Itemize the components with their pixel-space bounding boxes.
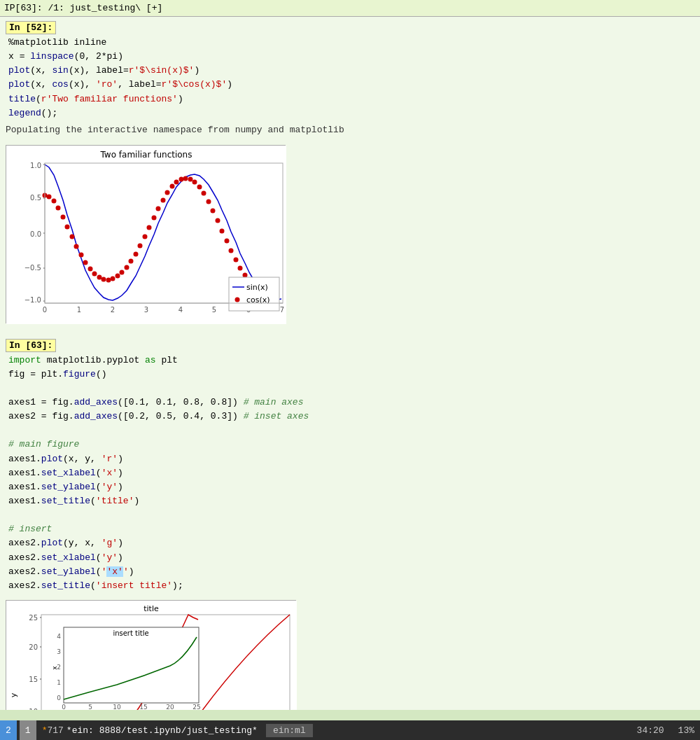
- svg-point-47: [156, 206, 161, 211]
- code-line: axes2.plot(y, x, 'g'): [8, 536, 694, 550]
- code-line: # main figure: [8, 438, 694, 452]
- code-line: axes2.set_title('insert title');: [8, 579, 694, 593]
- svg-point-43: [138, 243, 143, 248]
- svg-point-44: [143, 234, 148, 239]
- svg-text:Two familiar functions: Two familiar functions: [100, 150, 192, 160]
- svg-point-38: [115, 273, 120, 278]
- svg-text:10: 10: [113, 704, 121, 710]
- status-cell-num1: 2: [0, 720, 17, 740]
- svg-text:15: 15: [139, 704, 147, 710]
- svg-text:25: 25: [192, 704, 200, 710]
- svg-text:0: 0: [57, 694, 61, 701]
- svg-point-36: [106, 277, 111, 282]
- svg-point-23: [47, 194, 52, 199]
- svg-text:25: 25: [29, 614, 38, 622]
- status-position: 34:20: [637, 725, 664, 736]
- svg-point-45: [147, 225, 152, 230]
- svg-text:x: x: [51, 666, 58, 670]
- svg-point-25: [56, 205, 61, 210]
- plot-1: Two familiar functions 0.0 0.5 −0.5 1.0: [6, 145, 286, 323]
- svg-point-51: [174, 179, 179, 184]
- code-line: legend();: [8, 106, 694, 120]
- plot-2-svg: title 0 5 10 15 20 25 0: [6, 601, 297, 710]
- code-line: axes1.set_ylabel('y'): [8, 480, 694, 494]
- svg-point-24: [52, 198, 57, 203]
- code-line: axes1.set_title('title'): [8, 494, 694, 508]
- svg-point-26: [61, 214, 66, 219]
- svg-text:y: y: [9, 692, 18, 697]
- svg-text:3: 3: [144, 306, 148, 314]
- svg-point-61: [220, 228, 225, 233]
- cell-52-label: In [52]:: [6, 21, 56, 34]
- status-cell-num2: 1: [20, 720, 36, 740]
- svg-point-62: [225, 238, 230, 243]
- title-text: IP[63]: /1: just_testing\ [+]: [4, 3, 162, 13]
- cell-52-code[interactable]: %matplotlib inline x = linspace(0, 2*pi)…: [0, 34, 700, 122]
- svg-rect-101: [64, 627, 199, 703]
- cell-63-code[interactable]: import matplotlib.pyplot as plt fig = pl…: [0, 352, 700, 594]
- svg-point-48: [161, 197, 166, 202]
- code-line: plot(x, cos(x), 'ro', label=r'$\cos(x)$'…: [8, 78, 694, 92]
- svg-text:sin(x): sin(x): [246, 283, 268, 292]
- code-line: [8, 508, 694, 522]
- svg-point-53: [183, 176, 188, 181]
- svg-point-66: [243, 272, 248, 277]
- code-line: axes1.set_xlabel('x'): [8, 466, 694, 480]
- svg-text:4: 4: [57, 633, 61, 640]
- svg-point-29: [74, 244, 79, 249]
- svg-text:4: 4: [178, 306, 183, 314]
- svg-text:1: 1: [57, 679, 61, 686]
- svg-point-75: [235, 297, 240, 302]
- code-line: [8, 424, 694, 438]
- code-line: # insert: [8, 522, 694, 536]
- svg-point-50: [170, 183, 175, 188]
- code-line: axes1 = fig.add_axes([0.1, 0.1, 0.8, 0.8…: [8, 396, 694, 410]
- code-line: %matplotlib inline: [8, 36, 694, 50]
- svg-point-39: [120, 270, 125, 274]
- svg-text:−1.0: −1.0: [24, 296, 41, 304]
- svg-text:1.0: 1.0: [30, 162, 41, 169]
- svg-text:0.5: 0.5: [30, 194, 41, 202]
- status-line-count: 717: [47, 725, 63, 736]
- code-line: axes2.set_xlabel('y'): [8, 551, 694, 565]
- svg-point-57: [202, 190, 206, 195]
- svg-point-60: [216, 218, 220, 223]
- svg-text:5: 5: [212, 306, 216, 314]
- svg-text:15: 15: [29, 676, 38, 683]
- svg-point-59: [211, 208, 216, 213]
- svg-text:5: 5: [88, 704, 92, 710]
- svg-point-32: [88, 266, 93, 271]
- code-line: axes2 = fig.add_axes([0.2, 0.5, 0.4, 0.3…: [8, 410, 694, 424]
- svg-point-46: [152, 215, 157, 220]
- status-filename: *ein: 8888/test.ipynb/just_testing*: [66, 725, 258, 736]
- svg-point-28: [70, 234, 75, 239]
- status-bar: 2 1 * 717 *ein: 8888/test.ipynb/just_tes…: [0, 720, 700, 740]
- svg-point-65: [238, 265, 243, 270]
- status-right: 34:20 13%: [637, 725, 700, 736]
- svg-text:0.0: 0.0: [30, 230, 41, 238]
- svg-point-55: [192, 179, 197, 184]
- svg-text:−0.5: −0.5: [24, 264, 41, 272]
- svg-point-37: [111, 276, 115, 281]
- svg-point-49: [165, 190, 170, 195]
- svg-point-52: [179, 176, 184, 181]
- svg-text:title: title: [144, 604, 159, 613]
- svg-point-27: [65, 224, 70, 229]
- cell-63-label: In [63]:: [6, 339, 56, 352]
- svg-point-63: [229, 248, 234, 253]
- svg-text:20: 20: [166, 704, 174, 710]
- svg-point-40: [125, 265, 130, 270]
- cell-52-output: Populating the interactive namespace fro…: [0, 122, 700, 139]
- svg-text:0: 0: [43, 306, 47, 314]
- svg-point-58: [206, 199, 211, 204]
- svg-point-35: [102, 277, 106, 281]
- svg-point-54: [188, 176, 193, 181]
- code-line: axes2.set_ylabel(''x''): [8, 565, 694, 579]
- code-line: x = linspace(0, 2*pi): [8, 50, 694, 64]
- code-line: title(r'Two familiar functions'): [8, 92, 694, 106]
- svg-text:10: 10: [29, 708, 38, 710]
- svg-text:1: 1: [77, 306, 81, 314]
- svg-text:7: 7: [280, 306, 284, 314]
- plot-2: title 0 5 10 15 20 25 0: [6, 600, 296, 710]
- svg-text:insert title: insert title: [113, 629, 148, 637]
